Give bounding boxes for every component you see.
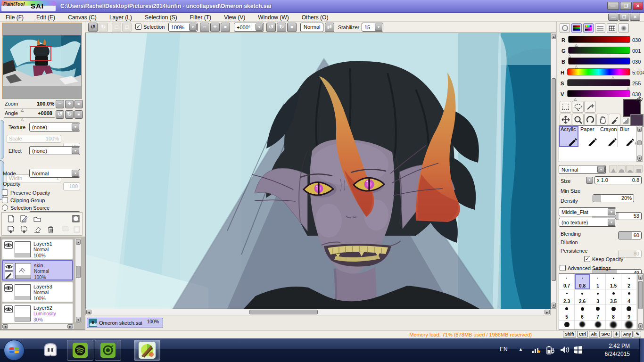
new-layer-icon[interactable]	[6, 214, 16, 223]
slider-b-track[interactable]	[568, 58, 630, 65]
taskbar-browser-button[interactable]	[95, 340, 121, 361]
delete-layer-icon[interactable]	[45, 225, 56, 234]
shift-key-button[interactable]: Shift	[563, 331, 576, 337]
size-cell[interactable]: 0.7	[559, 274, 575, 289]
taskbar-sai-button[interactable]	[134, 340, 160, 361]
scroll-up-icon[interactable]: ▲	[638, 275, 643, 280]
maximize-button[interactable]: ❐	[620, 2, 632, 10]
undo-icon[interactable]: ↺	[88, 23, 98, 32]
tray-expand-icon[interactable]: ▲	[519, 347, 523, 352]
menu-file[interactable]: File (F)	[0, 13, 29, 22]
nav-zoom-in-button[interactable]: +	[65, 100, 74, 108]
paint-mode-button[interactable]: Normal	[300, 23, 323, 32]
canvas-area[interactable]	[85, 33, 551, 309]
magic-wand-tool-icon[interactable]	[584, 101, 596, 113]
mdi-restore-button[interactable]: ❐	[619, 14, 629, 21]
canvas-hscrollbar[interactable]: ◀ ▶	[85, 309, 551, 315]
nav-angle-reset-button[interactable]: ■	[74, 110, 83, 119]
size-unit-button[interactable]: ▼	[586, 177, 593, 184]
menu-filter[interactable]: Filter (T)	[184, 13, 217, 22]
layer-mask-icon[interactable]	[71, 214, 81, 223]
scroll-up-icon[interactable]: ▲	[76, 239, 81, 245]
nav-zoom-reset-button[interactable]: ■	[74, 100, 83, 108]
layer-row-layer52[interactable]: Layer52 Luminosity 30%	[2, 303, 73, 323]
transfer-down-icon[interactable]	[19, 225, 29, 234]
paint-target-pen-icon[interactable]	[5, 272, 13, 279]
size-cell[interactable]: 2	[621, 274, 637, 289]
selection-checkbox[interactable]: ✓	[135, 24, 141, 30]
size-cell[interactable]: 4	[621, 289, 637, 305]
brush-tab-paper[interactable]: Paper	[579, 126, 598, 147]
slider-g-track[interactable]	[568, 47, 630, 54]
any-key-button[interactable]: Any	[621, 331, 633, 337]
layer-row-skin-selected[interactable]: skin Normal 100%	[2, 260, 73, 280]
rotate-tool-icon[interactable]	[584, 114, 596, 125]
slider-s-track[interactable]	[567, 79, 630, 86]
scroll-down-icon[interactable]: ▼	[638, 323, 643, 329]
scroll-right-icon[interactable]: ▶	[545, 310, 550, 314]
navigator-thumbnail[interactable]	[2, 23, 82, 99]
show-desktop-button[interactable]	[639, 338, 644, 362]
navigator[interactable]	[2, 23, 82, 99]
mdi-minimize-button[interactable]: —	[608, 14, 619, 21]
visibility-eye-icon[interactable]	[5, 263, 13, 271]
alt-key-button[interactable]: Alt	[589, 331, 598, 337]
size-cell[interactable]: 2.6	[575, 289, 590, 305]
layer-thumbnail[interactable]	[15, 305, 31, 321]
menu-edit[interactable]: Edit (E)	[31, 13, 61, 22]
slider-marker-icon[interactable]: △	[21, 108, 24, 112]
effect-select[interactable]: (none)▼	[29, 146, 80, 155]
size-cell-selected[interactable]: 0.8	[575, 274, 590, 289]
scroll-right-icon[interactable]: ▶	[67, 324, 73, 329]
size-cell[interactable]: 14	[590, 321, 606, 330]
document-tab[interactable]: Omeron sketch.sai 100%	[87, 318, 163, 328]
scrollbar-thumb[interactable]	[552, 78, 556, 281]
texture-select[interactable]: (none)▼	[29, 123, 80, 132]
reselect-icon[interactable]: ⬚	[122, 23, 132, 32]
menu-selection[interactable]: Selection (S)	[139, 13, 183, 22]
brush-mode-select[interactable]: Normal▼	[559, 165, 606, 174]
nav-angle-slider[interactable]	[4, 117, 55, 118]
brush-texture-select[interactable]: (no texture)▼	[559, 218, 616, 227]
hsv-sliders-icon[interactable]	[583, 23, 594, 33]
zoom-in-button[interactable]: +	[210, 23, 220, 32]
taskbar-spotify-button[interactable]	[67, 340, 93, 361]
size-cell[interactable]: 8	[606, 305, 621, 321]
eyedropper-tool-icon[interactable]	[609, 114, 620, 125]
size-cell[interactable]: 9	[621, 305, 637, 321]
clear-layer-icon[interactable]	[32, 225, 42, 234]
menu-canvas[interactable]: Canvas (C)	[62, 13, 102, 22]
battery-plug-icon[interactable]	[546, 346, 554, 355]
rotate-cw-button[interactable]: ↻	[277, 23, 286, 32]
size-cell[interactable]: 7	[590, 305, 606, 321]
size-cell[interactable]: 3	[590, 289, 606, 305]
stabilizer-select[interactable]: 15▼	[362, 23, 383, 32]
rotate-ccw-button[interactable]: ↺	[266, 23, 276, 32]
scroll-down-icon[interactable]: ▼	[552, 303, 556, 308]
size-slider[interactable]: x 1.00.8	[594, 176, 642, 184]
visibility-eye-icon[interactable]	[4, 305, 13, 313]
chevron-down-icon[interactable]: ▼	[72, 170, 79, 177]
chevron-down-icon[interactable]: ▼	[375, 24, 382, 31]
zoom-tool-icon[interactable]	[572, 114, 584, 125]
nav-zoom-out-button[interactable]: −	[56, 100, 64, 108]
visibility-eye-icon[interactable]	[4, 241, 13, 249]
move-key-icon[interactable]: ✛	[613, 331, 620, 337]
redo-icon[interactable]: ↻	[99, 23, 108, 32]
lasso-tool-icon[interactable]	[572, 101, 584, 113]
brush-edge-triangle-icon[interactable]	[609, 165, 617, 173]
brush-tab-acrylic[interactable]: Acrylic	[559, 126, 578, 147]
size-cell[interactable]: 2.3	[559, 289, 575, 305]
nav-zoom-slider[interactable]	[4, 108, 55, 108]
brush-edge-round-icon[interactable]	[618, 165, 626, 173]
swap-colors-icon[interactable]	[636, 96, 644, 103]
selection-source-radio[interactable]	[2, 205, 8, 211]
scroll-left-icon[interactable]: ◀	[2, 324, 8, 329]
advanced-settings-checkbox[interactable]	[560, 265, 566, 271]
language-indicator[interactable]: EN	[500, 346, 508, 353]
visibility-eye-icon[interactable]	[4, 284, 13, 292]
nav-rotate-cw-button[interactable]: ↻	[65, 110, 74, 119]
flip-horizontal-icon[interactable]: ⇄	[325, 23, 334, 32]
pen-key-icon[interactable]: ✎	[634, 331, 641, 337]
move-tool-icon[interactable]	[560, 114, 571, 125]
